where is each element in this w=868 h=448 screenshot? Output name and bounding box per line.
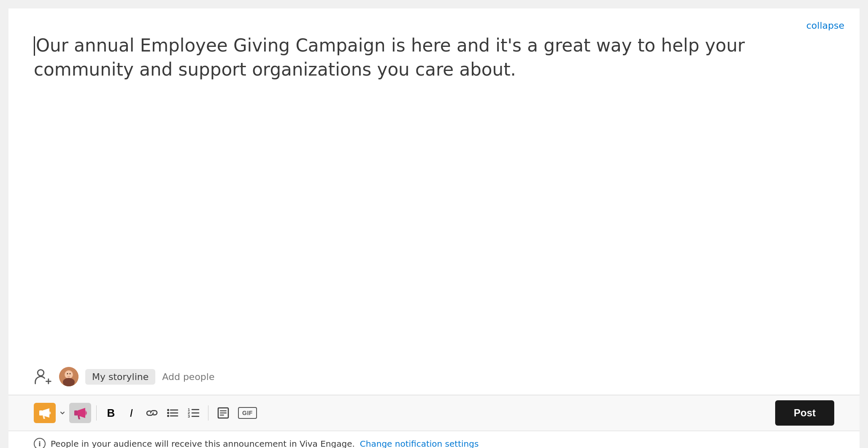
gif-label: GIF xyxy=(238,407,257,419)
storyline-label: My storyline xyxy=(85,369,155,385)
ordered-list-icon: 1 2 3 xyxy=(187,407,200,418)
toolbar-divider-2 xyxy=(208,405,208,421)
svg-point-8 xyxy=(70,373,71,375)
toolbar-divider-1 xyxy=(96,405,97,421)
notification-text: People in your audience will receive thi… xyxy=(51,439,355,448)
svg-point-19 xyxy=(167,415,169,417)
link-button[interactable] xyxy=(142,405,162,421)
svg-point-0 xyxy=(38,370,44,376)
announcement-icon xyxy=(38,407,51,419)
toolbar: B I xyxy=(8,395,860,431)
announcement-button[interactable] xyxy=(34,403,56,423)
quote-icon xyxy=(217,407,230,419)
svg-point-17 xyxy=(167,409,169,411)
chevron-down-icon xyxy=(59,410,66,416)
svg-point-18 xyxy=(167,412,169,414)
bold-button[interactable]: B xyxy=(102,403,120,423)
selected-post-type-button[interactable] xyxy=(69,403,91,423)
svg-point-9 xyxy=(63,378,75,386)
svg-rect-10 xyxy=(39,410,43,415)
svg-point-7 xyxy=(67,373,68,375)
audience-row: My storyline Add people xyxy=(8,358,860,395)
editor-text: Our annual Employee Giving Campaign is h… xyxy=(34,35,745,80)
svg-point-6 xyxy=(65,371,73,378)
add-people-icon[interactable] xyxy=(34,367,52,386)
quote-button[interactable] xyxy=(214,403,233,423)
svg-point-11 xyxy=(48,412,51,415)
compose-container: collapse Our annual Employee Giving Camp… xyxy=(8,8,860,448)
announcement-dropdown[interactable] xyxy=(57,406,68,420)
gif-button[interactable]: GIF xyxy=(235,404,260,422)
italic-button[interactable]: I xyxy=(122,403,141,423)
megaphone-icon xyxy=(73,407,87,419)
avatar xyxy=(59,367,78,386)
post-button[interactable]: Post xyxy=(775,400,834,426)
svg-text:3: 3 xyxy=(188,414,190,418)
unordered-list-button[interactable] xyxy=(163,405,182,421)
unordered-list-icon xyxy=(167,408,178,418)
info-icon: i xyxy=(34,438,46,448)
notification-bar: i People in your audience will receive t… xyxy=(8,431,860,448)
link-icon xyxy=(146,408,158,418)
ordered-list-button[interactable]: 1 2 3 xyxy=(184,404,203,422)
svg-rect-12 xyxy=(74,410,78,415)
notification-settings-link[interactable]: Change notification settings xyxy=(360,439,479,448)
editor-area[interactable]: Our annual Employee Giving Campaign is h… xyxy=(8,8,860,358)
text-cursor xyxy=(34,36,35,56)
toolbar-left: B I xyxy=(34,403,775,423)
add-people-button[interactable]: Add people xyxy=(162,372,214,382)
editor-content[interactable]: Our annual Employee Giving Campaign is h… xyxy=(34,34,793,81)
